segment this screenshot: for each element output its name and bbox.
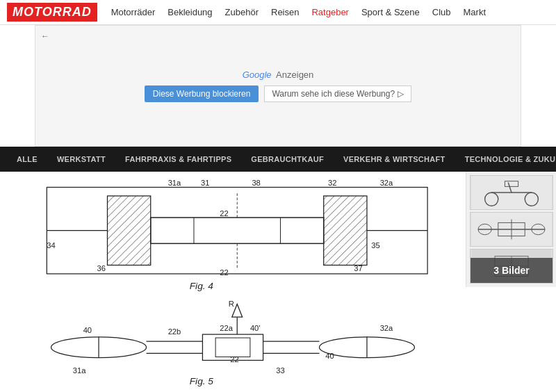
svg-text:22: 22 — [230, 355, 238, 364]
subnav-fahrpraxis[interactable]: FAHRPRAXIS & FAHRTIPPS — [115, 147, 241, 172]
main-nav: Motorräder Bekleidung Zubehör Reisen Rat… — [111, 7, 486, 17]
nav-item-motorrader[interactable]: Motorräder — [111, 7, 156, 17]
ad-why-text[interactable]: Warum sehe ich diese Werbung? ▷ — [264, 85, 411, 102]
logo-text: MOTORRAD — [13, 5, 92, 19]
patent-svg: 31a 31 38 32 32a 22 34 36 35 37 22 Fig. … — [21, 179, 445, 392]
nav-item-club[interactable]: Club — [432, 7, 451, 17]
nav-item-bekleidung[interactable]: Bekleidung — [167, 7, 212, 17]
subnav-alle[interactable]: ALLE — [7, 147, 47, 172]
subnav-bar: ALLE WERKSTATT FAHRPRAXIS & FAHRTIPPS GE… — [0, 147, 556, 172]
ad-back-button[interactable]: ← — [41, 31, 49, 41]
svg-text:40': 40' — [250, 324, 261, 332]
svg-text:38: 38 — [252, 179, 260, 187]
ad-why-arrow: ▷ — [398, 89, 404, 99]
nav-item-ratgeber[interactable]: Ratgeber — [311, 7, 348, 17]
thumbnail-list: 3 Bilder — [466, 172, 556, 287]
ad-anzeigen-label: Anzeigen — [276, 70, 313, 80]
svg-text:40: 40 — [325, 352, 334, 360]
ad-block-button[interactable]: Diese Werbung blockieren — [145, 85, 259, 102]
svg-text:22a: 22a — [220, 324, 233, 332]
subnav-gebrauchtkauf[interactable]: GEBRAUCHTKAUF — [241, 147, 334, 172]
ad-why-label: Warum sehe ich diese Werbung? — [272, 89, 395, 99]
svg-text:Fig. 5: Fig. 5 — [190, 376, 214, 386]
svg-text:31a: 31a — [73, 366, 86, 375]
svg-rect-28 — [215, 338, 250, 357]
thumbnail-3-bilder[interactable]: 3 Bilder — [470, 249, 553, 284]
main-content: 31a 31 38 32 32a 22 34 36 35 37 22 Fig. … — [0, 172, 556, 392]
subnav-verkehr[interactable]: VERKEHR & WIRTSCHAFT — [334, 147, 455, 172]
svg-rect-3 — [151, 218, 324, 243]
subnav-werkstatt[interactable]: WERKSTATT — [47, 147, 115, 172]
svg-text:22b: 22b — [168, 327, 181, 336]
header: MOTORRAD Motorräder Bekleidung Zubehör R… — [0, 0, 556, 25]
svg-rect-2 — [107, 196, 150, 266]
logo[interactable]: MOTORRAD — [7, 3, 97, 22]
ad-google-label: Google Anzeigen — [243, 70, 314, 80]
svg-text:33: 33 — [276, 366, 284, 375]
svg-text:36: 36 — [97, 264, 106, 272]
svg-text:32: 32 — [328, 179, 336, 187]
thumbnail-1[interactable] — [470, 175, 553, 210]
svg-text:37: 37 — [354, 264, 362, 272]
svg-text:32a: 32a — [380, 179, 393, 187]
svg-text:31a: 31a — [168, 179, 181, 187]
nav-item-reisen[interactable]: Reisen — [271, 7, 299, 17]
svg-text:34: 34 — [47, 241, 55, 250]
google-logo: Google — [243, 70, 272, 80]
svg-text:22: 22 — [220, 268, 228, 277]
ad-buttons-row: Diese Werbung blockieren Warum sehe ich … — [145, 85, 411, 102]
bilder-label: 3 Bilder — [493, 265, 529, 276]
svg-text:40: 40 — [83, 326, 92, 334]
svg-rect-4 — [324, 196, 367, 266]
svg-text:Fig. 4: Fig. 4 — [190, 281, 214, 291]
svg-text:31: 31 — [201, 179, 209, 187]
nav-item-sport[interactable]: Sport & Szene — [361, 7, 420, 17]
svg-text:22: 22 — [220, 209, 228, 218]
subnav-technologie[interactable]: TECHNOLOGIE & ZUKUNFT — [455, 147, 556, 172]
svg-text:32a: 32a — [380, 324, 393, 332]
svg-text:R: R — [229, 300, 234, 308]
nav-item-zubehor[interactable]: Zubehör — [225, 7, 259, 17]
nav-item-markt[interactable]: Markt — [464, 7, 486, 17]
bilder-overlay[interactable]: 3 Bilder — [471, 258, 553, 283]
thumbnail-2[interactable] — [470, 212, 553, 247]
patent-drawings-area: 31a 31 38 32 32a 22 34 36 35 37 22 Fig. … — [0, 172, 466, 392]
right-sidebar: 3 Bilder — [466, 172, 556, 392]
ad-banner: ← Google Anzeigen Diese Werbung blockier… — [35, 25, 521, 147]
svg-text:35: 35 — [371, 241, 379, 250]
